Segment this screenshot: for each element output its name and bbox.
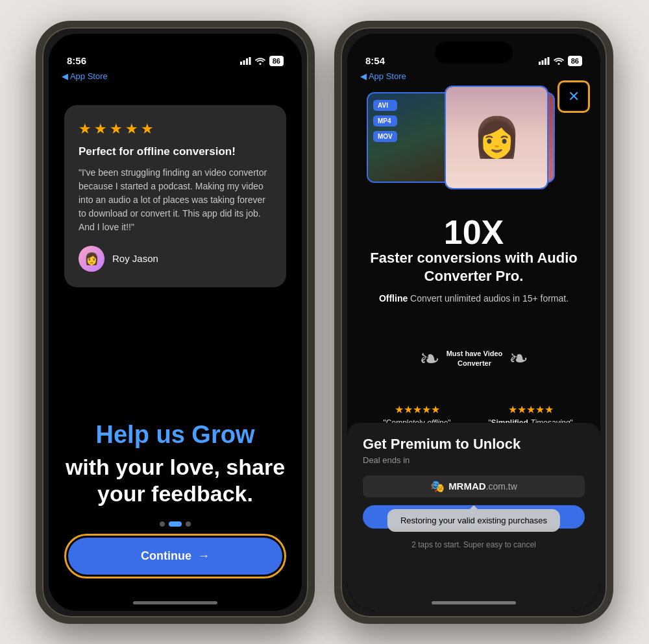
format-tags-left: AVI MP4 MOV <box>372 99 398 143</box>
tag-mov: MOV <box>373 131 397 142</box>
phone-shell-right: 8:54 86 ◀ App St <box>334 21 613 624</box>
page-dots <box>160 521 191 527</box>
deal-ends: Deal ends in <box>363 455 585 465</box>
reviewer-avatar: 👩 <box>79 246 104 272</box>
award-center: Must have Video Converter <box>447 349 503 368</box>
dot-3 <box>186 521 191 527</box>
svg-rect-1 <box>243 60 245 65</box>
tag-avi: AVI <box>373 100 397 111</box>
svg-rect-0 <box>240 62 242 65</box>
svg-rect-5 <box>539 62 541 65</box>
back-link-right[interactable]: ◀ App Store <box>360 71 406 81</box>
signal-icon-right <box>539 57 550 65</box>
svg-point-4 <box>259 63 261 65</box>
svg-rect-8 <box>547 57 549 65</box>
reviewer-name: Roy Jason <box>112 253 158 264</box>
review-body: "I've been struggling finding an video c… <box>79 166 272 234</box>
converter-banner: AVI MP4 MOV 👩 MKV MP3 <box>367 86 555 202</box>
ten-x-headline: Faster conversions with Audio Converter … <box>360 249 587 286</box>
status-icons-right: 86 <box>539 56 582 66</box>
svg-rect-7 <box>545 58 546 65</box>
svg-rect-2 <box>246 58 248 65</box>
laurel-left-icon: ☙ <box>419 345 440 372</box>
mini-stars-2: ★★★★★ <box>474 403 587 416</box>
dynamic-island-left <box>136 42 214 64</box>
premium-title: Get Premium to Unlock <box>363 436 585 453</box>
help-section: Help us Grow with your love, share your … <box>64 422 286 507</box>
phone-right: 8:54 86 ◀ App St <box>334 21 613 624</box>
easy-cancel-text: 2 taps to start. Super easy to cancel <box>363 540 585 549</box>
phone-screen-right: 8:54 86 ◀ App St <box>347 34 600 611</box>
mrmad-logo-icon: 🎭 <box>430 479 445 494</box>
battery-right: 86 <box>568 56 582 66</box>
video-frames: AVI MP4 MOV 👩 MKV MP3 <box>367 86 555 202</box>
restore-btn-area: Restoring your valid existing purchases <box>363 505 585 529</box>
mini-stars-1: ★★★★★ <box>360 403 474 416</box>
hero-person: 👩 <box>446 87 547 188</box>
mrmad-brand: MRMAD <box>448 481 486 492</box>
dot-2 <box>169 521 182 527</box>
home-indicator-left <box>133 601 217 604</box>
wifi-icon-left <box>255 57 265 65</box>
review-stars: ★ ★ ★ ★ ★ <box>79 121 272 137</box>
continue-button-wrapper: Continue → <box>64 534 286 578</box>
mrmad-banner: 🎭 MRMAD .com.tw <box>363 475 585 497</box>
svg-point-9 <box>557 63 559 65</box>
offline-word: Offline <box>379 293 408 304</box>
phone-left: 8:56 86 ◀ App St <box>36 21 315 624</box>
back-link-left[interactable]: ◀ App Store <box>62 71 108 81</box>
ten-x-section: 10X Faster conversions with Audio Conver… <box>347 215 600 305</box>
dynamic-island-right <box>435 42 513 64</box>
home-indicator-right <box>432 601 516 604</box>
mrmad-domain: .com.tw <box>486 481 517 492</box>
award-row: ☙ Must have Video Converter ❧ <box>347 345 600 372</box>
wifi-icon-right <box>554 57 564 65</box>
laurel-right-icon: ❧ <box>509 345 528 372</box>
frame-center: 👩 <box>445 86 548 189</box>
status-time-right: 8:54 <box>365 55 385 66</box>
ten-x-number: 10X <box>360 215 587 249</box>
battery-left: 86 <box>269 56 284 66</box>
help-title: Help us Grow <box>64 422 286 449</box>
award-text: Must have Video Converter <box>447 349 503 368</box>
help-subtitle: with your love, share your feedback. <box>64 454 286 507</box>
tag-mp4: MP4 <box>373 115 397 126</box>
phone-shell-left: 8:56 86 ◀ App St <box>36 21 315 624</box>
svg-rect-6 <box>541 60 543 65</box>
status-icons-left: 86 <box>240 56 284 66</box>
review-title: Perfect for offline conversion! <box>79 145 272 158</box>
signal-icon-left <box>240 57 251 65</box>
phone-screen-left: 8:56 86 ◀ App St <box>49 34 302 611</box>
close-button-wrapper: ✕ <box>557 80 590 113</box>
restore-tooltip: Restoring your valid existing purchases <box>387 509 560 532</box>
close-button[interactable]: ✕ <box>561 84 587 110</box>
continue-button[interactable]: Continue → <box>68 538 282 575</box>
dot-1 <box>160 521 165 527</box>
ten-x-subtext: Offline Convert unlimited audios in 15+ … <box>360 292 587 305</box>
ten-x-rest: Convert unlimited audios in 15+ format. <box>408 293 569 304</box>
premium-section: Get Premium to Unlock Deal ends in 🎭 MRM… <box>347 423 600 611</box>
review-card: ★ ★ ★ ★ ★ Perfect for offline conversion… <box>64 105 286 287</box>
reviewer-row: 👩 Roy Jason <box>79 246 272 272</box>
svg-rect-3 <box>249 57 251 65</box>
status-time-left: 8:56 <box>67 55 86 66</box>
